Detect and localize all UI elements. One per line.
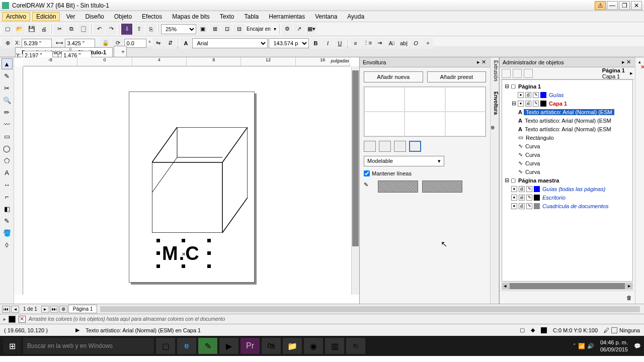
open-icon[interactable]: 📂 <box>14 24 25 35</box>
preset-grid[interactable] <box>364 86 486 137</box>
connector-tool-icon[interactable]: ⌐ <box>2 191 13 202</box>
menu-edicion[interactable]: Edición <box>32 12 60 21</box>
objmgr-tool2-icon[interactable] <box>513 69 522 78</box>
indent-icon[interactable]: ⇥ <box>374 38 385 49</box>
import-icon[interactable]: ⇩ <box>121 24 132 35</box>
fullscreen-icon[interactable]: ▣ <box>197 24 208 35</box>
menu-archivo[interactable]: Archivo <box>2 12 30 21</box>
objmgr-tool3-icon[interactable] <box>524 69 533 78</box>
fill-tool-icon[interactable]: 🪣 <box>2 227 13 238</box>
mirror-v-icon[interactable]: ⇵ <box>165 38 176 49</box>
menu-ver[interactable]: Ver <box>62 12 79 21</box>
keep-lines-checkbox[interactable]: Mantener líneas <box>364 170 486 176</box>
eyedropper-icon[interactable]: ✎ <box>364 182 374 192</box>
menu-tabla[interactable]: Tabla <box>240 12 263 21</box>
save-icon[interactable]: 💾 <box>26 24 37 35</box>
mode-free-icon[interactable] <box>409 141 421 152</box>
bold-icon[interactable]: A <box>180 38 191 49</box>
corel-icon[interactable]: ✎ <box>198 338 217 354</box>
new-icon[interactable]: ▢ <box>2 24 13 35</box>
mode-arc-icon[interactable] <box>379 141 391 152</box>
guides-icon[interactable]: ⊟ <box>233 24 245 35</box>
chrome-icon[interactable]: ◉ <box>304 338 323 354</box>
add-page-icon[interactable]: ⊕ <box>59 306 67 313</box>
add-preset-button[interactable]: Añadir preest <box>427 71 487 82</box>
tab-add[interactable]: ＋ <box>114 46 127 57</box>
app-icon[interactable]: ▥ <box>325 338 344 354</box>
cube-drawing[interactable] <box>152 127 248 233</box>
fill-color-well[interactable] <box>9 316 16 323</box>
taskbar-clock[interactable]: 04:46 p. m.06/09/2015 <box>596 339 632 353</box>
grid-icon[interactable]: ⊡ <box>221 24 232 35</box>
copy-icon[interactable]: ⧉ <box>66 24 77 35</box>
menu-herramientas[interactable]: Herramientas <box>265 12 309 21</box>
pos-x-input[interactable] <box>22 39 52 48</box>
effects-tool-icon[interactable]: ◧ <box>2 203 13 214</box>
origin-icon[interactable]: ⊕ <box>2 38 13 49</box>
font-select[interactable]: Arial <box>192 38 268 48</box>
freehand-tool-icon[interactable]: ✏ <box>2 107 13 118</box>
rectangle-tool-icon[interactable]: ▭ <box>2 131 13 142</box>
menu-efectos[interactable]: Efectos <box>138 12 166 21</box>
charprops-icon[interactable]: Aͣ <box>386 38 397 49</box>
pick-tool-icon[interactable]: ▲ <box>2 58 13 69</box>
mode-double-icon[interactable] <box>394 141 406 152</box>
minimize-button[interactable]: — <box>607 1 618 10</box>
zoom-select[interactable]: 25% <box>161 24 196 34</box>
taskview-icon[interactable]: ▢ <box>156 338 175 354</box>
menu-objeto[interactable]: Objeto <box>110 12 136 21</box>
text-tool-icon[interactable]: A <box>2 167 13 178</box>
table-icon[interactable]: ▦▾ <box>306 24 317 35</box>
delete-icon[interactable]: 🗑 <box>626 295 632 301</box>
prev-page-icon[interactable]: ◂ <box>11 306 19 313</box>
export-icon[interactable]: ⇧ <box>133 24 144 35</box>
menu-texto[interactable]: Texto <box>216 12 238 21</box>
fontsize-select[interactable]: 143.574 pt <box>269 38 309 48</box>
app2-icon[interactable]: ⎋ <box>346 338 365 354</box>
edge-icon[interactable]: e <box>177 338 196 354</box>
page[interactable]: M.C ✕ <box>129 92 255 283</box>
outline-color-well[interactable] <box>19 316 26 323</box>
selection-handles[interactable]: ✕ <box>158 241 209 266</box>
menu-ayuda[interactable]: Ayuda <box>343 12 368 21</box>
dimension-tool-icon[interactable]: ↔ <box>2 179 13 190</box>
mirror-h-icon[interactable]: ⇋ <box>152 38 164 49</box>
width-input[interactable] <box>65 39 95 48</box>
artistic-tool-icon[interactable]: 〰 <box>2 119 13 130</box>
store-icon[interactable]: 🛍 <box>262 338 281 354</box>
mode-straight-icon[interactable] <box>364 141 376 152</box>
tablet-icon[interactable]: ▢ <box>520 327 525 333</box>
h-scrollbar[interactable] <box>100 306 640 312</box>
alert-icon[interactable]: ⚠ <box>595 1 606 10</box>
color-proof-icon[interactable]: ◆ <box>531 327 535 333</box>
circle-o-icon[interactable]: O <box>410 38 421 49</box>
menu-mapas[interactable]: Mapas de bits <box>168 12 214 21</box>
objmgr-tool1-icon[interactable] <box>502 69 511 78</box>
polygon-tool-icon[interactable]: ⬠ <box>2 155 13 166</box>
eyedropper-tool-icon[interactable]: ✎ <box>2 215 13 226</box>
taskbar-search[interactable]: Buscar en la web y en Windows <box>23 338 154 354</box>
launch-icon[interactable]: ↗ <box>294 24 305 35</box>
redo-icon[interactable]: ↷ <box>106 24 117 35</box>
tray-up-icon[interactable]: ˄ <box>573 343 576 349</box>
crop-tool-icon[interactable]: ✂ <box>2 82 13 94</box>
undo-icon[interactable]: ↶ <box>94 24 105 35</box>
object-tree[interactable]: ⊟▢Página 1 ●🖨✎Guías ⊟●🖨✎Capa 1 ATexto ar… <box>502 79 633 282</box>
notifications-icon[interactable]: 💬 <box>634 343 641 349</box>
zoom-tool-icon[interactable]: 🔍 <box>2 95 13 106</box>
shape-tool-icon[interactable]: ✎ <box>2 70 13 81</box>
vtab-extrusion[interactable]: Extrusión <box>491 60 499 81</box>
start-button[interactable]: ⊞ <box>3 338 21 354</box>
apply-button[interactable] <box>378 180 418 193</box>
outline-tool-icon[interactable]: ◊ <box>2 239 13 250</box>
canvas[interactable]: -80481216 pulgadas M.C <box>14 57 359 304</box>
objmgr-menu-icon[interactable]: ▸ <box>630 70 633 76</box>
add-new-button[interactable]: Añadir nueva <box>364 71 423 82</box>
ellipse-tool-icon[interactable]: ◯ <box>2 143 13 154</box>
media-icon[interactable]: ▶ <box>219 338 238 354</box>
italic-button[interactable]: I <box>322 38 333 49</box>
flyout-icon[interactable]: ▸ <box>3 316 6 322</box>
objmgr-close-icon[interactable]: ✕ <box>625 59 632 65</box>
paste-icon[interactable]: 📋 <box>78 24 89 35</box>
premiere-icon[interactable]: Pr <box>240 338 260 354</box>
